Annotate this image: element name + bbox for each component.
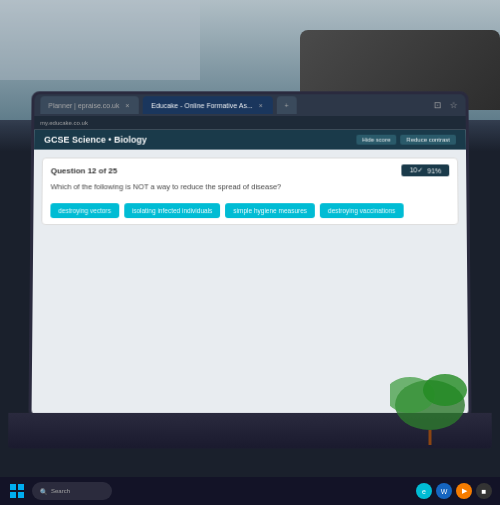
svg-point-2 — [423, 374, 467, 406]
header-buttons: Hide score Reduce contrast — [356, 135, 456, 145]
search-placeholder: Search — [51, 488, 70, 494]
star-icon[interactable]: ☆ — [448, 99, 460, 111]
answer-btn-3[interactable]: simple hygiene measures — [225, 203, 315, 218]
answer-btn-2[interactable]: isolating infected individuals — [124, 203, 220, 218]
score-badge: 10✓ 91% — [402, 164, 450, 176]
address-bar[interactable]: my.educake.co.uk — [34, 116, 466, 130]
taskbar-system-icons: e W ▶ ■ — [416, 483, 492, 499]
hide-score-button[interactable]: Hide score — [356, 135, 397, 145]
taskbar-icon-2[interactable]: W — [436, 483, 452, 499]
site-header: GCSE Science • Biology Hide score Reduce… — [34, 130, 466, 150]
answer-btn-4[interactable]: destroying vaccinations — [320, 203, 403, 218]
svg-rect-5 — [18, 484, 24, 490]
browser-chrome: Planner | epraise.co.uk × Educake - Onli… — [34, 94, 465, 116]
question-number: Question 12 of 25 — [51, 166, 117, 175]
tab-educake-label: Educake - Online Formative As... — [151, 102, 253, 109]
svg-rect-6 — [10, 492, 16, 498]
browser-actions: ⊡ ☆ — [432, 99, 460, 111]
tab-planner-close[interactable]: × — [123, 101, 131, 109]
taskbar-icon-3[interactable]: ▶ — [456, 483, 472, 499]
reduce-contrast-button[interactable]: Reduce contrast — [400, 135, 455, 145]
svg-rect-4 — [10, 484, 16, 490]
answer-buttons: destroying vectors isolating infected in… — [50, 203, 449, 218]
tab-new[interactable]: + — [277, 96, 297, 114]
start-button[interactable] — [8, 482, 26, 500]
score-value: 10✓ — [410, 166, 424, 174]
tab-new-label: + — [285, 102, 289, 109]
svg-rect-7 — [18, 492, 24, 498]
question-header: Question 12 of 25 10✓ 91% — [51, 164, 450, 176]
plant-decoration — [390, 345, 470, 445]
taskbar-icon-4[interactable]: ■ — [476, 483, 492, 499]
taskbar: 🔍 Search e W ▶ ■ — [0, 477, 500, 505]
site-title: GCSE Science • Biology — [44, 135, 147, 145]
search-icon: 🔍 — [40, 488, 47, 495]
search-bar[interactable]: 🔍 Search — [32, 482, 112, 500]
address-text: my.educake.co.uk — [40, 120, 88, 126]
question-card: Question 12 of 25 10✓ 91% Which of the f… — [41, 158, 458, 225]
tab-planner[interactable]: Planner | epraise.co.uk × — [40, 96, 139, 114]
question-text: Which of the following is NOT a way to r… — [51, 182, 450, 192]
score-percent: 91% — [427, 167, 441, 174]
tab-educake-close[interactable]: × — [257, 101, 265, 109]
tab-educake[interactable]: Educake - Online Formative As... × — [143, 96, 273, 114]
tab-planner-label: Planner | epraise.co.uk — [48, 102, 119, 109]
taskbar-icon-1[interactable]: e — [416, 483, 432, 499]
answer-btn-1[interactable]: destroying vectors — [50, 203, 119, 218]
screen-icon[interactable]: ⊡ — [432, 99, 444, 111]
